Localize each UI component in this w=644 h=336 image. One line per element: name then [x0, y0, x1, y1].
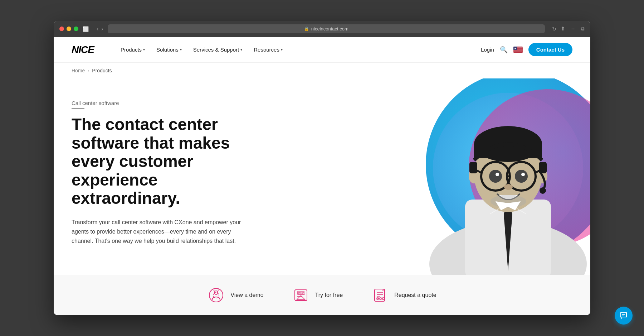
eyebrow-divider: [72, 108, 84, 109]
back-button[interactable]: ‹: [97, 26, 98, 32]
cta-demo[interactable]: View a demo: [208, 287, 263, 304]
svg-point-41: [209, 288, 223, 302]
breadcrumb: Home › Products: [54, 63, 590, 78]
share-icon[interactable]: ⬆: [561, 25, 565, 32]
services-chevron: ▾: [240, 48, 242, 52]
products-chevron: ▾: [143, 48, 145, 52]
svg-point-37: [540, 187, 546, 194]
new-tab-icon[interactable]: ＋: [570, 25, 576, 32]
svg-point-29: [489, 170, 502, 183]
contact-us-button[interactable]: Contact Us: [528, 43, 572, 56]
hero-content: Call center software The contact center …: [54, 78, 333, 275]
resources-chevron: ▾: [281, 48, 283, 52]
hero-person-image: [426, 78, 590, 275]
svg-rect-10: [513, 51, 523, 52]
svg-rect-11: [513, 52, 523, 52]
chat-button[interactable]: [615, 307, 633, 325]
minimize-button[interactable]: [67, 27, 71, 31]
cta-free-trial[interactable]: START Try for free: [292, 287, 343, 304]
svg-marker-49: [297, 296, 305, 299]
svg-text:★: ★: [514, 47, 516, 50]
hero-image-area: [333, 78, 590, 275]
maximize-button[interactable]: [74, 27, 78, 31]
website-content: NICE Products ▾ Solutions ▾ Services & S…: [54, 37, 590, 315]
windows-icon[interactable]: ⧉: [581, 25, 585, 32]
reload-button[interactable]: ↻: [552, 26, 556, 32]
svg-point-31: [496, 173, 499, 176]
svg-rect-8: [513, 51, 523, 51]
hero-section: Call center software The contact center …: [54, 78, 590, 275]
free-trial-label: Try for free: [315, 292, 343, 298]
browser-right-controls: ⬆ ＋ ⧉: [561, 25, 585, 32]
nav-item-services[interactable]: Services & Support ▾: [188, 44, 247, 56]
quote-label: Request a quote: [394, 292, 436, 298]
nav-solutions-label: Solutions: [156, 47, 179, 53]
breadcrumb-separator: ›: [88, 68, 89, 73]
svg-point-32: [521, 173, 525, 176]
close-button[interactable]: [59, 27, 64, 31]
svg-rect-9: [513, 51, 523, 51]
address-bar[interactable]: 🔒 niceincontact.com: [108, 24, 545, 33]
nav-item-solutions[interactable]: Solutions ▾: [151, 44, 187, 56]
nav-services-label: Services & Support: [193, 47, 239, 53]
nav-right: Login 🔍: [481, 43, 572, 56]
svg-point-33: [504, 184, 513, 190]
url-text: niceincontact.com: [311, 26, 348, 32]
demo-icon: [208, 287, 225, 304]
start-icon: START: [292, 287, 309, 304]
cta-quote[interactable]: Request a quote: [371, 287, 436, 304]
hero-title: The contact center software that makes e…: [72, 115, 265, 208]
demo-label: View a demo: [230, 292, 263, 298]
svg-rect-12: [513, 52, 523, 53]
login-link[interactable]: Login: [481, 47, 494, 53]
forward-button[interactable]: ›: [101, 26, 103, 32]
browser-chrome: ⬜ ‹ › 🔒 niceincontact.com ↻ ⬆ ＋ ⧉: [54, 21, 590, 37]
traffic-lights: [59, 27, 78, 31]
search-icon[interactable]: 🔍: [500, 46, 508, 54]
svg-rect-58: [382, 298, 384, 299]
nav-resources-label: Resources: [254, 47, 279, 53]
breadcrumb-home[interactable]: Home: [72, 68, 85, 73]
language-selector[interactable]: ★: [513, 47, 523, 53]
sidebar-icon: ⬜: [83, 26, 89, 32]
svg-rect-7: [513, 50, 523, 50]
hero-description: Transform your call center software with…: [72, 218, 250, 246]
site-logo[interactable]: NICE: [72, 44, 94, 56]
nav-products-label: Products: [121, 47, 142, 53]
svg-rect-57: [380, 298, 381, 299]
browser-controls: ‹ ›: [97, 26, 103, 32]
lock-icon: 🔒: [304, 27, 309, 31]
svg-text:START: START: [298, 292, 303, 294]
hero-eyebrow: Call center software: [72, 100, 315, 106]
svg-point-30: [515, 170, 528, 183]
svg-rect-35: [469, 162, 477, 173]
nav-item-resources[interactable]: Resources ▾: [249, 44, 288, 56]
breadcrumb-current: Products: [92, 68, 112, 73]
browser-window: ⬜ ‹ › 🔒 niceincontact.com ↻ ⬆ ＋ ⧉ NICE P…: [54, 21, 590, 315]
nav-item-products[interactable]: Products ▾: [116, 44, 150, 56]
nav-links: Products ▾ Solutions ▾ Services & Suppor…: [116, 44, 481, 56]
quote-icon: [371, 287, 389, 304]
main-nav: NICE Products ▾ Solutions ▾ Services & S…: [54, 37, 590, 63]
cta-bar: View a demo START Try: [54, 275, 590, 315]
solutions-chevron: ▾: [180, 48, 182, 52]
